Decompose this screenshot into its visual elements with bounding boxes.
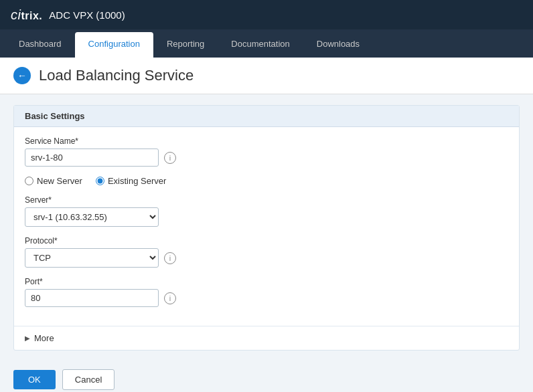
service-name-label: Service Name*: [25, 136, 508, 146]
protocol-select-row: TCP i: [25, 248, 508, 268]
tab-configuration[interactable]: Configuration: [75, 32, 153, 58]
protocol-info-icon[interactable]: i: [164, 252, 176, 264]
radio-new-server-label: New Server: [37, 176, 82, 186]
form-body: Service Name* i New Server Existing Serv…: [14, 127, 519, 326]
service-name-row: i: [25, 149, 508, 167]
protocol-label: Protocol*: [25, 236, 508, 246]
server-group: Server* srv-1 (10.63.32.55): [25, 195, 508, 227]
page-header: ← Load Balancing Service: [0, 58, 533, 94]
service-name-group: Service Name* i: [25, 136, 508, 167]
form-section-title: Basic Settings: [14, 106, 519, 127]
top-bar: citrix. ADC VPX (1000): [0, 0, 533, 29]
nav-bar: Dashboard Configuration Reporting Docume…: [0, 29, 533, 58]
port-group: Port* i: [25, 277, 508, 307]
server-label: Server*: [25, 195, 508, 205]
radio-new-server-input[interactable]: [25, 177, 33, 185]
server-type-group: New Server Existing Server: [25, 176, 508, 186]
radio-existing-server-label: Existing Server: [108, 176, 166, 186]
tab-reporting[interactable]: Reporting: [153, 32, 218, 58]
port-input-row: i: [25, 289, 508, 307]
port-input[interactable]: [25, 289, 159, 307]
form-footer: OK Cancel: [0, 361, 533, 392]
radio-existing-server[interactable]: Existing Server: [96, 176, 166, 186]
tab-dashboard[interactable]: Dashboard: [5, 32, 75, 58]
radio-existing-server-input[interactable]: [96, 177, 104, 185]
server-select[interactable]: srv-1 (10.63.32.55): [25, 207, 159, 227]
port-label: Port*: [25, 277, 508, 286]
back-button[interactable]: ←: [13, 67, 31, 84]
more-label: More: [34, 333, 54, 343]
radio-new-server[interactable]: New Server: [25, 176, 82, 186]
logo: citrix. ADC VPX (1000): [11, 7, 125, 23]
page-content: ← Load Balancing Service Basic Settings …: [0, 58, 533, 392]
service-name-info-icon[interactable]: i: [164, 152, 176, 164]
app-title: ADC VPX (1000): [49, 9, 125, 21]
protocol-group: Protocol* TCP i: [25, 236, 508, 268]
service-name-input[interactable]: [25, 149, 159, 167]
port-info-icon[interactable]: i: [164, 292, 176, 304]
more-section[interactable]: ▶ More: [14, 326, 519, 350]
citrix-logo: citrix.: [11, 7, 42, 23]
tab-downloads[interactable]: Downloads: [303, 32, 373, 58]
ok-button[interactable]: OK: [13, 370, 56, 389]
server-select-row: srv-1 (10.63.32.55): [25, 207, 508, 227]
form-card: Basic Settings Service Name* i New Serve…: [13, 105, 520, 351]
more-arrow-icon: ▶: [25, 334, 30, 342]
protocol-select[interactable]: TCP: [25, 248, 159, 268]
back-arrow-icon: ←: [17, 71, 27, 80]
cancel-button[interactable]: Cancel: [62, 369, 115, 390]
page-title: Load Balancing Service: [39, 67, 194, 84]
tab-documentation[interactable]: Documentation: [218, 32, 303, 58]
